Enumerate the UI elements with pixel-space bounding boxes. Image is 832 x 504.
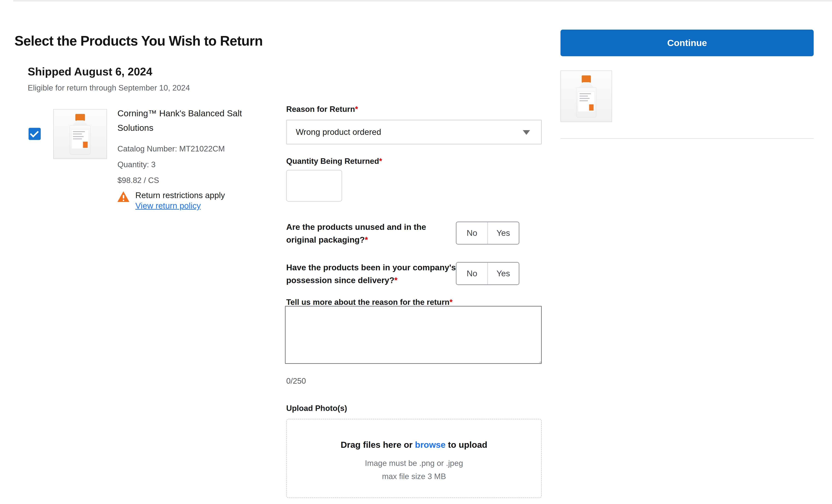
return-restriction-warning: Return restrictions apply View return po… xyxy=(118,190,225,210)
file-format-hint: Image must be .png or .jpeg xyxy=(287,459,541,468)
bottle-illustration xyxy=(70,114,90,155)
reason-for-return-select[interactable]: Wrong product ordered xyxy=(286,120,542,144)
restriction-note: Return restrictions apply xyxy=(135,190,225,201)
check-icon xyxy=(30,129,39,137)
toggle-possession: No Yes xyxy=(456,262,519,285)
shipment-heading: Shipped August 6, 2024 xyxy=(28,65,152,78)
required-asterisk: * xyxy=(355,105,358,113)
browse-link[interactable]: browse xyxy=(415,440,446,450)
product-catalog-number: Catalog Number: MT21022CM xyxy=(118,144,262,153)
warning-triangle-icon xyxy=(118,191,129,202)
question-unused-packaging: Are the products unused and in the origi… xyxy=(286,221,457,246)
toggle-unused-no-button[interactable]: No xyxy=(457,222,488,244)
dropzone-instruction: Drag files here or browse to upload xyxy=(287,440,541,450)
required-asterisk: * xyxy=(449,298,452,307)
page-title: Select the Products You Wish to Return xyxy=(15,33,263,49)
tell-us-more-label: Tell us more about the reason for the re… xyxy=(286,298,453,307)
reason-for-return-label: Reason for Return* xyxy=(286,105,358,114)
reason-selected-value: Wrong product ordered xyxy=(287,127,381,137)
upload-dropzone[interactable]: Drag files here or browse to upload Imag… xyxy=(286,419,542,498)
shipment-eligibility: Eligible for return through September 10… xyxy=(28,83,190,92)
product-price: $98.82 / CS xyxy=(118,176,262,185)
page-top-divider xyxy=(13,0,832,1)
required-asterisk: * xyxy=(394,276,397,285)
quantity-returned-input[interactable] xyxy=(286,170,342,202)
summary-product-thumbnail xyxy=(561,71,612,122)
view-return-policy-link[interactable]: View return policy xyxy=(135,201,201,210)
required-asterisk: * xyxy=(379,157,382,165)
upload-photos-label: Upload Photo(s) xyxy=(286,404,347,413)
question-possession-since-delivery: Have the products been in your company's… xyxy=(286,261,457,287)
product-info: Corning™ Hank's Balanced Salt Solutions … xyxy=(118,106,262,185)
required-asterisk: * xyxy=(365,235,368,244)
caret-down-icon xyxy=(523,130,530,135)
summary-divider xyxy=(561,138,814,139)
file-size-hint: max file size 3 MB xyxy=(287,472,541,481)
product-image xyxy=(53,109,107,159)
toggle-unused-packaging: No Yes xyxy=(456,221,519,244)
quantity-returned-label: Quantity Being Returned* xyxy=(286,157,382,166)
toggle-possession-no-button[interactable]: No xyxy=(457,263,488,284)
return-reason-textarea[interactable] xyxy=(285,306,542,364)
character-counter: 0/250 xyxy=(286,377,306,386)
product-quantity: Quantity: 3 xyxy=(118,160,262,169)
continue-button[interactable]: Continue xyxy=(561,30,814,56)
product-select-checkbox[interactable] xyxy=(29,128,41,140)
toggle-unused-yes-button[interactable]: Yes xyxy=(488,222,519,244)
bottle-illustration xyxy=(576,75,596,117)
toggle-possession-yes-button[interactable]: Yes xyxy=(488,263,519,284)
product-name: Corning™ Hank's Balanced Salt Solutions xyxy=(118,106,262,135)
